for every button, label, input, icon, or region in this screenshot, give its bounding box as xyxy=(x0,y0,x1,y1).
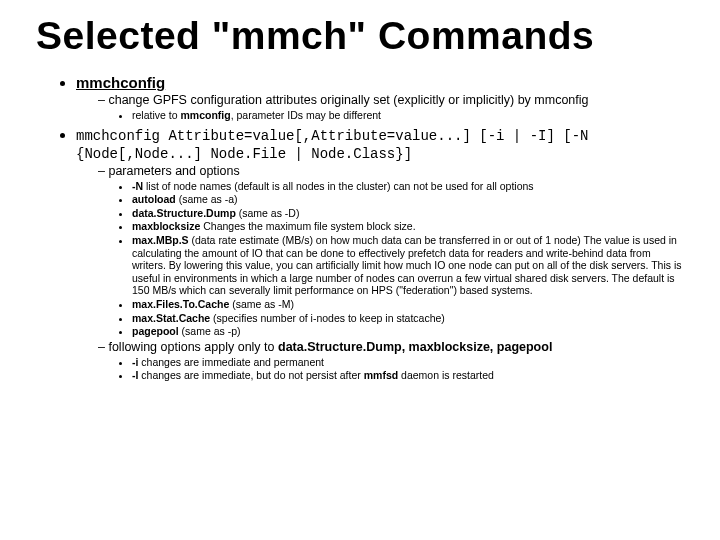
sub-list: -i changes are immediate and permanent -… xyxy=(98,356,684,382)
sub-item: -I changes are immediate, but do not per… xyxy=(132,369,684,382)
sub-item: max.Stat.Cache (specifies number of i-no… xyxy=(132,312,684,325)
dash-item: change GPFS configuration attributes ori… xyxy=(98,93,684,122)
sub-item: -i changes are immediate and permanent xyxy=(132,356,684,369)
sub-item: autoload (same as -a) xyxy=(132,193,684,206)
sub-item: max.Files.To.Cache (same as -M) xyxy=(132,298,684,311)
sub-item: maxblocksize Changes the maximum file sy… xyxy=(132,220,684,233)
dash-text: change GPFS configuration attributes ori… xyxy=(108,93,588,107)
top-list: mmchconfig change GPFS configuration att… xyxy=(36,74,684,382)
dash-text: following options apply only to data.Str… xyxy=(108,340,552,354)
sub-list: relative to mmconfig, parameter IDs may … xyxy=(98,109,684,122)
cmd-syntax: mmchconfig Attribute=value[,Attribute=va… xyxy=(76,128,588,162)
sub-list: -N list of node names (default is all no… xyxy=(98,180,684,338)
sub-item: pagepool (same as -p) xyxy=(132,325,684,338)
dash-item: following options apply only to data.Str… xyxy=(98,340,684,382)
sub-item: relative to mmconfig, parameter IDs may … xyxy=(132,109,684,122)
sub-item: max.MBp.S (data rate estimate (MB/s) on … xyxy=(132,234,684,297)
cmd-label: mmchconfig xyxy=(76,74,165,91)
item-mmchconfig-syntax: mmchconfig Attribute=value[,Attribute=va… xyxy=(76,126,684,382)
dash-list: parameters and options -N list of node n… xyxy=(76,164,684,382)
slide: Selected "mmch" Commands mmchconfig chan… xyxy=(0,0,720,396)
page-title: Selected "mmch" Commands xyxy=(36,14,684,58)
dash-text: parameters and options xyxy=(108,164,239,178)
dash-list: change GPFS configuration attributes ori… xyxy=(76,93,684,122)
sub-item: data.Structure.Dump (same as -D) xyxy=(132,207,684,220)
sub-item: -N list of node names (default is all no… xyxy=(132,180,684,193)
dash-item: parameters and options -N list of node n… xyxy=(98,164,684,338)
item-mmchconfig: mmchconfig change GPFS configuration att… xyxy=(76,74,684,122)
